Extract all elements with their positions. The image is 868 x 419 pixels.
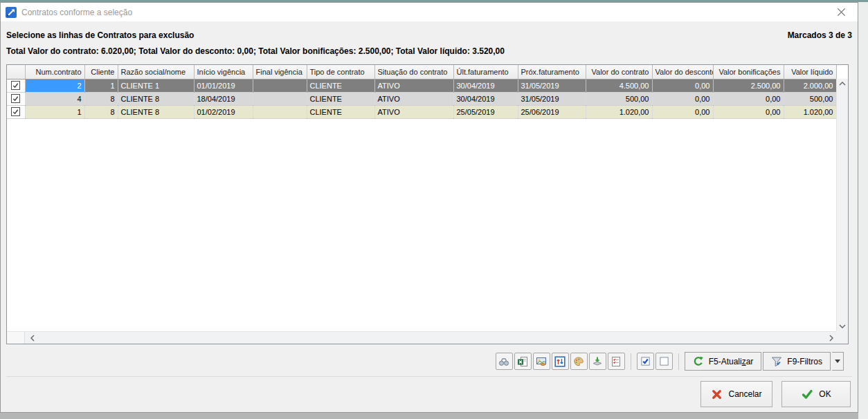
column-header-razao-social[interactable]: Razão social/nome (118, 65, 194, 79)
column-header-num-contrato[interactable]: Num.contrato (25, 65, 84, 79)
scroll-left-icon (30, 335, 35, 342)
dialog-button-bar: Cancelar OK (6, 376, 852, 407)
refresh-button[interactable]: F5-Atualizar (685, 352, 762, 371)
cell-final-vigencia[interactable] (253, 79, 307, 92)
cell-valor-desconto[interactable]: 0,00 (652, 92, 713, 105)
cell-valor-desconto[interactable]: 0,00 (652, 105, 713, 118)
title-bar[interactable]: Contratos conforme a seleção (1, 3, 858, 21)
filters-button[interactable]: F9-Filtros (763, 352, 831, 371)
column-header-ult-faturamento[interactable]: Últ.faturamento (453, 65, 518, 79)
column-header-inicio-vigencia[interactable]: Início vigência (194, 65, 253, 79)
column-header-prox-faturamento[interactable]: Próx.faturamento (518, 65, 586, 79)
cell-ult-faturamento[interactable]: 30/04/2019 (453, 79, 518, 92)
binoculars-icon (498, 356, 509, 367)
ok-button[interactable]: OK (781, 381, 851, 407)
unchecked-checkbox-icon (659, 356, 669, 366)
column-header-valor-desconto[interactable]: Valor do desconto (652, 65, 713, 79)
background-window-bottom (0, 413, 858, 419)
cell-valor-bonificacoes[interactable]: 0,00 (713, 92, 784, 105)
cell-prox-faturamento[interactable]: 25/06/2019 (518, 105, 586, 118)
checkmark-icon (12, 95, 19, 102)
chevron-down-icon (835, 360, 840, 363)
cell-prox-faturamento[interactable]: 31/05/2019 (518, 79, 586, 92)
cell-num-contrato[interactable]: 1 (25, 105, 84, 118)
export-excel-button[interactable] (514, 353, 532, 370)
filters-dropdown-button[interactable] (832, 352, 844, 371)
filters-label: F9-Filtros (787, 357, 822, 366)
toolbar-separator (631, 353, 631, 370)
cell-inicio-vigencia[interactable]: 01/02/2019 (194, 105, 253, 118)
cell-prox-faturamento[interactable]: 31/05/2019 (518, 92, 586, 105)
cell-ult-faturamento[interactable]: 25/05/2019 (453, 105, 518, 118)
export-down-icon (592, 356, 603, 367)
row-checkbox[interactable] (7, 79, 25, 92)
horizontal-scrollbar[interactable] (7, 331, 836, 344)
contracts-dialog: Contratos conforme a seleção Selecione a… (0, 2, 858, 413)
cell-valor-contrato[interactable]: 500,00 (586, 92, 652, 105)
cell-cliente[interactable]: 1 (84, 79, 118, 92)
header-row: Num.contrato Cliente Razão social/nome I… (7, 65, 836, 79)
cell-final-vigencia[interactable] (253, 105, 307, 118)
cell-razao-social[interactable]: CLIENTE 8 (118, 105, 194, 118)
instruction-text: Selecione as linhas de Contratos para ex… (6, 30, 194, 40)
cancel-button[interactable]: Cancelar (700, 381, 772, 407)
cell-valor-bonificacoes[interactable]: 0,00 (713, 105, 784, 118)
contracts-table: Num.contrato Cliente Razão social/nome I… (7, 65, 837, 119)
column-header-valor-contrato[interactable]: Valor do contrato (586, 65, 652, 79)
column-header-situacao-contrato[interactable]: Situação do contrato (374, 65, 453, 79)
row-checkbox[interactable] (7, 92, 25, 105)
cell-situacao-contrato[interactable]: ATIVO (374, 92, 453, 105)
uncheck-all-button[interactable] (655, 353, 673, 370)
scrollbar-corner (836, 331, 848, 344)
column-header-valor-bonificacoes[interactable]: Valor bonificações (713, 65, 784, 79)
cell-final-vigencia[interactable] (253, 92, 307, 105)
column-header-final-vigencia[interactable]: Final vigência (253, 65, 307, 79)
ok-check-icon (801, 388, 813, 400)
close-button[interactable] (830, 3, 852, 21)
cell-cliente[interactable]: 8 (84, 92, 118, 105)
cell-valor-contrato[interactable]: 1.020,00 (586, 105, 652, 118)
table-row: 2 1 CLIENTE 1 01/01/2019 CLIENTE ATIVO 3… (7, 79, 836, 92)
checklist-button[interactable] (608, 353, 625, 370)
cell-valor-desconto[interactable]: 0,00 (652, 79, 713, 92)
cell-razao-social[interactable]: CLIENTE 1 (118, 79, 194, 92)
cell-tipo-contrato[interactable]: CLIENTE (307, 79, 374, 92)
cell-situacao-contrato[interactable]: ATIVO (374, 79, 453, 92)
checklist-icon (611, 356, 622, 367)
cell-situacao-contrato[interactable]: ATIVO (374, 105, 453, 118)
marked-count: Marcados 3 de 3 (788, 30, 852, 40)
cell-tipo-contrato[interactable]: CLIENTE (307, 92, 374, 105)
close-icon (837, 8, 846, 17)
cell-valor-liquido[interactable]: 1.020,00 (784, 105, 836, 118)
color-palette-button[interactable] (570, 353, 588, 370)
column-header-cliente[interactable]: Cliente (84, 65, 118, 79)
vertical-scrollbar[interactable] (836, 79, 848, 331)
cell-inicio-vigencia[interactable]: 18/04/2019 (194, 92, 253, 105)
ok-label: OK (819, 389, 831, 399)
cell-valor-bonificacoes[interactable]: 2.500,00 (713, 79, 784, 92)
table-row: 4 8 CLIENTE 8 18/04/2019 CLIENTE ATIVO 3… (7, 92, 836, 105)
cell-inicio-vigencia[interactable]: 01/01/2019 (194, 79, 253, 92)
cell-num-contrato[interactable]: 2 (25, 79, 84, 92)
totals-text: Total Valor do contrato: 6.020,00; Total… (6, 46, 852, 56)
contracts-grid: Num.contrato Cliente Razão social/nome I… (6, 64, 849, 344)
export-image-button[interactable] (533, 353, 550, 370)
cell-ult-faturamento[interactable]: 30/04/2019 (453, 92, 518, 105)
row-checkbox[interactable] (7, 105, 25, 118)
sort-columns-button[interactable] (552, 353, 569, 370)
search-button[interactable] (496, 353, 513, 370)
cell-valor-liquido[interactable]: 2.000,00 (784, 79, 836, 92)
column-header-tipo-contrato[interactable]: Tipo de contrato (307, 65, 374, 79)
cell-cliente[interactable]: 8 (84, 105, 118, 118)
scroll-up-icon (839, 82, 846, 86)
column-header-valor-liquido[interactable]: Valor líquido (784, 65, 836, 79)
cell-valor-liquido[interactable]: 500,00 (784, 92, 836, 105)
toolbar-separator (678, 353, 679, 370)
sort-columns-icon (554, 356, 566, 367)
export-download-button[interactable] (589, 353, 606, 370)
cell-razao-social[interactable]: CLIENTE 8 (118, 92, 194, 105)
cell-num-contrato[interactable]: 4 (25, 92, 84, 105)
check-all-button[interactable] (637, 353, 654, 370)
cell-valor-contrato[interactable]: 4.500,00 (586, 79, 652, 92)
cell-tipo-contrato[interactable]: CLIENTE (307, 105, 374, 118)
